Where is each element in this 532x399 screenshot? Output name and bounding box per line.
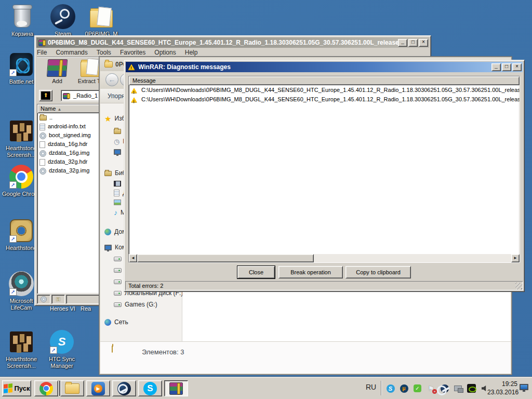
- taskbar-button-winrar-active[interactable]: [164, 380, 188, 396]
- back-button[interactable]: ←: [105, 73, 118, 86]
- lifecam-icon: ➚: [9, 271, 34, 296]
- menu-tools[interactable]: Tools: [97, 49, 111, 56]
- winrar-titlebar[interactable]: 0P6BIMG_M8_DUGL_K44_SENSE60_HTC_Europe_1…: [36, 37, 429, 48]
- steam-tray-icon[interactable]: [440, 383, 449, 393]
- monitor-tray-icon[interactable]: [520, 384, 528, 390]
- dialog-close-button[interactable]: ×: [512, 63, 522, 71]
- downloads-folder-icon: [114, 129, 121, 134]
- steam-icon: [117, 382, 131, 395]
- menu-help[interactable]: Help: [185, 49, 198, 56]
- sort-ascending-icon: ▲: [57, 107, 61, 112]
- scroll-left-button[interactable]: ◄: [129, 254, 137, 262]
- computer-icon: [104, 245, 112, 250]
- resize-grip[interactable]: [515, 283, 522, 289]
- menu-file[interactable]: File: [37, 49, 47, 56]
- desktop: { "desktop": { "icons": [ { "label": "Ко…: [0, 0, 532, 399]
- music-note-icon: ♪: [114, 209, 117, 216]
- dialog-titlebar[interactable]: WinRAR: Diagnostic messages _ □ ×: [126, 62, 523, 72]
- taskbar-button-chrome[interactable]: [34, 380, 58, 396]
- winrar-icon: [169, 382, 183, 395]
- name-column-header[interactable]: Name ▲: [37, 104, 106, 113]
- horizontal-scrollbar[interactable]: ◄ ►: [129, 254, 520, 262]
- explorer-folder-icon: [65, 383, 79, 394]
- skype-icon: S: [143, 382, 157, 395]
- scrollbar-thumb[interactable]: [137, 254, 314, 262]
- minimize-button[interactable]: _: [398, 39, 407, 47]
- sidebar-item-drive-g[interactable]: Games (G:): [114, 300, 157, 309]
- taskbar-button-steam[interactable]: [112, 380, 136, 396]
- start-button[interactable]: Пуск: [2, 380, 31, 396]
- documents-icon: [114, 190, 119, 196]
- add-archive-icon: [47, 59, 68, 77]
- hearthstone-icon: ➚: [9, 218, 34, 243]
- nvidia-settings-icon[interactable]: [467, 383, 476, 393]
- total-errors-label: Total errors: 2: [128, 283, 163, 289]
- file-icon: [39, 141, 45, 148]
- status-disc-icon[interactable]: [37, 295, 50, 304]
- homegroup-icon: [104, 229, 111, 235]
- display-connect-icon[interactable]: [453, 383, 463, 393]
- sidebar-item-network[interactable]: Сеть: [104, 317, 128, 327]
- winrar-app-icon: [38, 39, 46, 46]
- message-row[interactable]: C:\Users\WH\Downloads\0P6BIMG_M8_DUGL_K4…: [129, 95, 520, 104]
- taskbar: Пуск S RU µ ✓ ⚑ 19:25 23.03.2016: [0, 377, 532, 399]
- shortcut-arrow-icon: ➚: [9, 235, 17, 243]
- screenshots-icon: [9, 118, 34, 143]
- menu-favorites[interactable]: Favorites: [120, 49, 145, 56]
- desktop-icon-steam[interactable]: Steam: [44, 4, 82, 37]
- menu-commands[interactable]: Commands: [56, 49, 87, 56]
- drive-icon: [114, 280, 122, 284]
- scroll-right-button[interactable]: ►: [511, 254, 520, 262]
- add-button[interactable]: Add: [42, 59, 72, 84]
- warning-icon: [131, 97, 137, 102]
- menu-options[interactable]: Options: [154, 49, 176, 56]
- recycle-bin-icon: [10, 4, 35, 29]
- taskbar-button-media-player[interactable]: [86, 380, 110, 396]
- desktop-icon-0p6bimg-folder[interactable]: 0P6BIMG_M: [82, 4, 121, 37]
- dialog-maximize-button[interactable]: □: [502, 63, 511, 71]
- status-key-icon[interactable]: ⚿: [51, 295, 65, 304]
- tray-clock[interactable]: 19:25 23.03.2016: [487, 380, 517, 396]
- maximize-button[interactable]: □: [408, 39, 418, 47]
- desktop-icon-hearthstone-screenshots-2[interactable]: Hearthstone Screensh...: [2, 329, 41, 369]
- recent-places-icon: ◷: [114, 138, 119, 145]
- message-row[interactable]: C:\Users\WH\Downloads\0P6BIMG_M8_DUGL_K4…: [129, 85, 520, 95]
- items-count-label: Элементов: 3: [142, 348, 184, 356]
- disc-image-icon: [39, 132, 46, 139]
- name-column-label: Name: [41, 105, 56, 112]
- utorrent-tray-icon[interactable]: µ: [399, 383, 409, 393]
- winrar-window-title: 0P6BIMG_M8_DUGL_K44_SENSE60_HTC_Europe_1…: [48, 39, 398, 46]
- tray-separator: [381, 381, 381, 395]
- green-status-tray-icon[interactable]: ✓: [413, 383, 422, 393]
- close-button[interactable]: ×: [419, 39, 428, 47]
- htc-sync-tray-icon[interactable]: [385, 383, 395, 393]
- up-one-level-button[interactable]: ⬆: [39, 90, 52, 101]
- desktop-icon-htc-sync-manager[interactable]: ➚ HTC Sync Manager: [43, 329, 81, 369]
- break-operation-button[interactable]: Break operation: [278, 266, 343, 278]
- language-indicator[interactable]: RU: [366, 383, 376, 391]
- close-dialog-button[interactable]: Close: [237, 266, 275, 278]
- taskbar-button-skype[interactable]: S: [138, 380, 162, 396]
- desktop-monitor-icon: [114, 149, 121, 155]
- battlenet-icon: ➚: [9, 52, 34, 77]
- message-column-header[interactable]: Message: [129, 76, 520, 85]
- start-button-label: Пуск: [15, 384, 30, 392]
- occluded-desktop-label-heroes: Heroes VI: [50, 305, 75, 312]
- extract-to-icon: [81, 61, 100, 77]
- dialog-minimize-button[interactable]: _: [491, 63, 501, 71]
- pictures-icon: [114, 200, 121, 205]
- action-center-flag-icon[interactable]: ⚑: [426, 383, 436, 393]
- desktop-icon-recycle-bin[interactable]: Корзина: [3, 4, 42, 37]
- drive-icon: [114, 268, 122, 273]
- explorer-details-pane: Элементов: 3: [100, 341, 511, 374]
- chrome-icon: ➚: [9, 164, 34, 189]
- network-icon: [104, 319, 111, 326]
- message-list: Message C:\Users\WH\Downloads\0P6BIMG_M8…: [128, 76, 520, 263]
- up-arrow-icon: ⬆: [41, 91, 50, 100]
- desktop-icon-label: Hearthstone Screensh...: [2, 356, 41, 369]
- drive-icon: [114, 302, 122, 307]
- warning-icon: [131, 88, 137, 93]
- taskbar-button-explorer[interactable]: [60, 380, 84, 396]
- folder-icon: [39, 115, 47, 121]
- copy-to-clipboard-button[interactable]: Copy to clipboard: [345, 266, 411, 278]
